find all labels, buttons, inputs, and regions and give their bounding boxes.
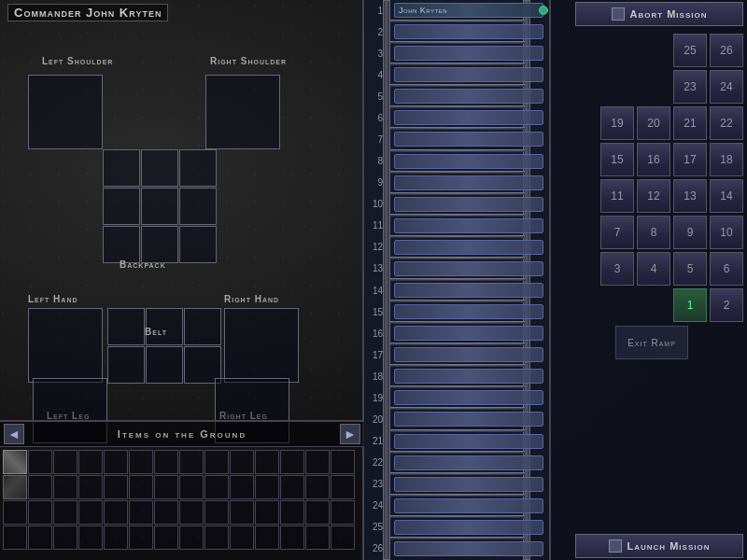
ground-cell[interactable]	[129, 500, 153, 525]
ground-cell[interactable]	[305, 450, 330, 474]
seat-bar[interactable]	[394, 434, 543, 449]
ground-cell[interactable]	[78, 450, 103, 474]
right-hand-slot[interactable]	[224, 308, 299, 383]
ground-cell[interactable]	[230, 525, 254, 550]
backpack-cell[interactable]	[103, 226, 140, 263]
ground-cell[interactable]	[280, 525, 304, 550]
seat-cell-2[interactable]: 2	[710, 288, 743, 322]
belt-cell[interactable]	[184, 308, 221, 345]
seat-cell-22[interactable]: 22	[710, 106, 743, 140]
ground-nav-right-button[interactable]: ►	[340, 424, 360, 444]
ground-cell[interactable]	[230, 500, 254, 525]
ground-cell[interactable]	[305, 525, 330, 550]
seat-cell-13[interactable]: 13	[673, 179, 707, 213]
ground-cell[interactable]	[255, 475, 279, 499]
ground-cell[interactable]	[104, 450, 128, 474]
seat-bar[interactable]	[394, 326, 543, 341]
seat-row-5[interactable]: 5	[364, 86, 551, 106]
seat-row-23[interactable]: 23	[364, 474, 551, 495]
belt-cell[interactable]	[146, 346, 183, 384]
seat-cell-7[interactable]: 7	[600, 216, 634, 249]
ground-cell[interactable]	[129, 450, 153, 474]
ground-cell[interactable]	[204, 475, 229, 499]
seat-row-22[interactable]: 22	[364, 453, 551, 473]
ground-cell[interactable]	[104, 475, 128, 499]
seat-bar[interactable]	[394, 67, 543, 82]
backpack-cell[interactable]	[179, 149, 217, 187]
seat-bar[interactable]	[394, 412, 543, 427]
ground-cell[interactable]	[53, 475, 78, 499]
seat-cell-26[interactable]: 26	[710, 34, 743, 67]
seat-bar[interactable]	[394, 347, 543, 362]
backpack-cell[interactable]	[179, 188, 217, 225]
seat-row-14[interactable]: 14	[364, 280, 551, 301]
seat-row-2[interactable]: 2	[364, 21, 551, 42]
left-shoulder-slot[interactable]	[28, 75, 103, 149]
belt-cell[interactable]	[107, 308, 145, 345]
seat-cell-19[interactable]: 19	[600, 106, 634, 140]
seat-bar[interactable]	[394, 197, 543, 212]
seat-cell-16[interactable]: 16	[637, 143, 670, 176]
ground-cell[interactable]	[28, 500, 52, 525]
seat-cell-4[interactable]: 4	[637, 252, 670, 286]
belt-cell[interactable]	[107, 346, 145, 384]
seat-bar[interactable]	[394, 520, 543, 535]
seat-row-19[interactable]: 19	[364, 387, 551, 408]
ground-cell[interactable]	[255, 500, 279, 525]
ground-cell[interactable]	[255, 525, 279, 550]
ground-cell[interactable]	[3, 525, 27, 550]
ground-cell[interactable]	[179, 525, 204, 550]
ground-cell[interactable]	[204, 500, 229, 525]
seat-bar[interactable]: John Kryten	[394, 3, 543, 18]
ground-cell[interactable]	[78, 525, 103, 550]
ground-cell[interactable]	[28, 475, 52, 499]
ground-cell[interactable]	[305, 500, 330, 525]
backpack-cell[interactable]	[103, 188, 140, 225]
seat-cell-9[interactable]: 9	[673, 216, 707, 249]
seat-row-15[interactable]: 15	[364, 301, 551, 322]
seat-bar[interactable]	[394, 304, 543, 319]
seat-row-18[interactable]: 18	[364, 366, 551, 386]
seat-cell-5[interactable]: 5	[673, 252, 707, 286]
seat-bar[interactable]	[394, 218, 543, 233]
seat-row-12[interactable]: 12	[364, 237, 551, 258]
seat-cell-14[interactable]: 14	[710, 179, 743, 213]
ground-cell[interactable]	[230, 475, 254, 499]
seat-bar[interactable]	[394, 89, 543, 104]
seat-row-6[interactable]: 6	[364, 107, 551, 128]
seat-bar[interactable]	[394, 455, 543, 470]
ground-cell[interactable]	[331, 500, 355, 525]
ground-cell[interactable]	[331, 525, 355, 550]
seat-bar[interactable]	[394, 240, 543, 255]
seat-row-21[interactable]: 21	[364, 431, 551, 452]
seat-cell-11[interactable]: 11	[600, 179, 634, 213]
ground-cell[interactable]	[53, 525, 78, 550]
ground-cell[interactable]	[331, 475, 355, 499]
ground-item[interactable]	[3, 450, 27, 474]
seat-row-9[interactable]: 9	[364, 173, 551, 193]
ground-cell[interactable]	[154, 450, 178, 474]
ground-cell[interactable]	[28, 525, 52, 550]
seat-bar[interactable]	[394, 498, 543, 513]
backpack-cell[interactable]	[141, 188, 178, 225]
ground-cell[interactable]	[53, 500, 78, 525]
ground-cell[interactable]	[154, 475, 178, 499]
launch-mission-button[interactable]: Launch Mission	[575, 534, 743, 558]
seat-row-16[interactable]: 16	[364, 323, 551, 343]
ground-cell[interactable]	[78, 500, 103, 525]
seat-bar[interactable]	[394, 369, 543, 384]
seat-row-25[interactable]: 25	[364, 517, 551, 538]
ground-item[interactable]	[3, 475, 27, 499]
ground-cell[interactable]	[204, 450, 229, 474]
ground-cell[interactable]	[154, 525, 178, 550]
ground-cell[interactable]	[179, 450, 204, 474]
left-hand-slot[interactable]	[28, 308, 103, 383]
seat-bar[interactable]	[394, 541, 543, 556]
ground-cell[interactable]	[179, 500, 204, 525]
seat-cell-6[interactable]: 6	[710, 252, 743, 286]
seat-cell-1[interactable]: 1	[673, 288, 707, 322]
seat-cell-3[interactable]: 3	[600, 252, 634, 286]
seat-bar[interactable]	[394, 261, 543, 276]
ground-cell[interactable]	[154, 500, 178, 525]
ground-cell[interactable]	[204, 525, 229, 550]
